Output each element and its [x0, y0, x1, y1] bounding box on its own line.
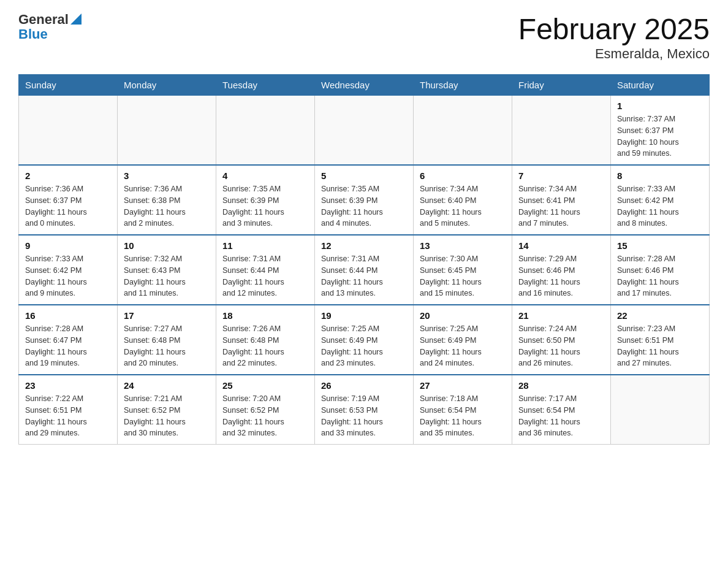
day-number: 24: [124, 380, 210, 391]
day-info: Sunrise: 7:24 AM Sunset: 6:50 PM Dayligh…: [518, 323, 604, 369]
calendar-cell: 25Sunrise: 7:20 AM Sunset: 6:52 PM Dayli…: [216, 375, 315, 445]
day-header-saturday: Saturday: [611, 75, 710, 96]
day-number: 13: [420, 240, 506, 251]
calendar-cell: [315, 96, 414, 166]
day-number: 9: [25, 240, 111, 251]
day-info: Sunrise: 7:35 AM Sunset: 6:39 PM Dayligh…: [321, 183, 407, 229]
day-info: Sunrise: 7:23 AM Sunset: 6:51 PM Dayligh…: [617, 323, 703, 369]
calendar-cell: 26Sunrise: 7:19 AM Sunset: 6:53 PM Dayli…: [315, 375, 414, 445]
day-info: Sunrise: 7:36 AM Sunset: 6:37 PM Dayligh…: [25, 183, 111, 229]
day-info: Sunrise: 7:31 AM Sunset: 6:44 PM Dayligh…: [321, 253, 407, 299]
day-info: Sunrise: 7:33 AM Sunset: 6:42 PM Dayligh…: [25, 253, 111, 299]
day-number: 8: [617, 170, 703, 181]
day-number: 11: [222, 240, 308, 251]
page-header: General Blue February 2025 Esmeralda, Me…: [18, 12, 710, 62]
calendar-cell: 8Sunrise: 7:33 AM Sunset: 6:42 PM Daylig…: [611, 165, 710, 235]
calendar-week-row: 16Sunrise: 7:28 AM Sunset: 6:47 PM Dayli…: [19, 305, 710, 375]
day-number: 25: [222, 380, 308, 391]
calendar-cell: 11Sunrise: 7:31 AM Sunset: 6:44 PM Dayli…: [216, 235, 315, 305]
calendar-cell: 24Sunrise: 7:21 AM Sunset: 6:52 PM Dayli…: [118, 375, 216, 445]
calendar-title: February 2025: [518, 12, 710, 46]
day-number: 22: [617, 310, 703, 321]
day-number: 18: [222, 310, 308, 321]
logo-blue: Blue: [18, 27, 48, 42]
calendar-cell: 1Sunrise: 7:37 AM Sunset: 6:37 PM Daylig…: [611, 96, 710, 166]
calendar-cell: 4Sunrise: 7:35 AM Sunset: 6:39 PM Daylig…: [216, 165, 315, 235]
day-number: 28: [518, 380, 604, 391]
day-number: 21: [518, 310, 604, 321]
calendar-cell: 7Sunrise: 7:34 AM Sunset: 6:41 PM Daylig…: [512, 165, 611, 235]
day-number: 27: [420, 380, 506, 391]
calendar-cell: 28Sunrise: 7:17 AM Sunset: 6:54 PM Dayli…: [512, 375, 611, 445]
calendar-cell: 21Sunrise: 7:24 AM Sunset: 6:50 PM Dayli…: [512, 305, 611, 375]
day-header-wednesday: Wednesday: [315, 75, 414, 96]
calendar-cell: [216, 96, 315, 166]
day-number: 17: [124, 310, 210, 321]
calendar-cell: [118, 96, 216, 166]
title-block: February 2025 Esmeralda, Mexico: [518, 12, 710, 62]
calendar-subtitle: Esmeralda, Mexico: [518, 46, 710, 62]
day-number: 23: [25, 380, 111, 391]
calendar-week-row: 2Sunrise: 7:36 AM Sunset: 6:37 PM Daylig…: [19, 165, 710, 235]
calendar-week-row: 1Sunrise: 7:37 AM Sunset: 6:37 PM Daylig…: [19, 96, 710, 166]
calendar-cell: 6Sunrise: 7:34 AM Sunset: 6:40 PM Daylig…: [414, 165, 512, 235]
calendar-cell: [611, 375, 710, 445]
day-info: Sunrise: 7:25 AM Sunset: 6:49 PM Dayligh…: [321, 323, 407, 369]
calendar-cell: 14Sunrise: 7:29 AM Sunset: 6:46 PM Dayli…: [512, 235, 611, 305]
logo: General Blue: [18, 12, 82, 42]
calendar-cell: 19Sunrise: 7:25 AM Sunset: 6:49 PM Dayli…: [315, 305, 414, 375]
day-number: 7: [518, 170, 604, 181]
calendar-cell: 9Sunrise: 7:33 AM Sunset: 6:42 PM Daylig…: [19, 235, 118, 305]
calendar-cell: [414, 96, 512, 166]
calendar-cell: 10Sunrise: 7:32 AM Sunset: 6:43 PM Dayli…: [118, 235, 216, 305]
calendar-header-row: SundayMondayTuesdayWednesdayThursdayFrid…: [19, 75, 710, 96]
svg-marker-0: [70, 13, 82, 25]
day-info: Sunrise: 7:37 AM Sunset: 6:37 PM Dayligh…: [617, 113, 703, 159]
calendar-cell: 2Sunrise: 7:36 AM Sunset: 6:37 PM Daylig…: [19, 165, 118, 235]
calendar-cell: 27Sunrise: 7:18 AM Sunset: 6:54 PM Dayli…: [414, 375, 512, 445]
day-header-monday: Monday: [118, 75, 216, 96]
calendar-cell: [19, 96, 118, 166]
day-info: Sunrise: 7:34 AM Sunset: 6:40 PM Dayligh…: [420, 183, 506, 229]
day-info: Sunrise: 7:28 AM Sunset: 6:46 PM Dayligh…: [617, 253, 703, 299]
day-info: Sunrise: 7:36 AM Sunset: 6:38 PM Dayligh…: [124, 183, 210, 229]
calendar-cell: 16Sunrise: 7:28 AM Sunset: 6:47 PM Dayli…: [19, 305, 118, 375]
day-number: 6: [420, 170, 506, 181]
day-header-sunday: Sunday: [19, 75, 118, 96]
day-number: 5: [321, 170, 407, 181]
day-info: Sunrise: 7:34 AM Sunset: 6:41 PM Dayligh…: [518, 183, 604, 229]
day-info: Sunrise: 7:27 AM Sunset: 6:48 PM Dayligh…: [124, 323, 210, 369]
day-info: Sunrise: 7:28 AM Sunset: 6:47 PM Dayligh…: [25, 323, 111, 369]
day-number: 4: [222, 170, 308, 181]
calendar-week-row: 9Sunrise: 7:33 AM Sunset: 6:42 PM Daylig…: [19, 235, 710, 305]
calendar-cell: 23Sunrise: 7:22 AM Sunset: 6:51 PM Dayli…: [19, 375, 118, 445]
day-number: 15: [617, 240, 703, 251]
calendar-cell: 15Sunrise: 7:28 AM Sunset: 6:46 PM Dayli…: [611, 235, 710, 305]
calendar-cell: 18Sunrise: 7:26 AM Sunset: 6:48 PM Dayli…: [216, 305, 315, 375]
calendar-table: SundayMondayTuesdayWednesdayThursdayFrid…: [18, 74, 710, 445]
day-number: 20: [420, 310, 506, 321]
logo-triangle-icon: [70, 13, 82, 25]
day-info: Sunrise: 7:21 AM Sunset: 6:52 PM Dayligh…: [124, 393, 210, 439]
day-number: 12: [321, 240, 407, 251]
calendar-cell: 5Sunrise: 7:35 AM Sunset: 6:39 PM Daylig…: [315, 165, 414, 235]
day-info: Sunrise: 7:35 AM Sunset: 6:39 PM Dayligh…: [222, 183, 308, 229]
calendar-week-row: 23Sunrise: 7:22 AM Sunset: 6:51 PM Dayli…: [19, 375, 710, 445]
day-number: 10: [124, 240, 210, 251]
calendar-cell: [512, 96, 611, 166]
day-info: Sunrise: 7:29 AM Sunset: 6:46 PM Dayligh…: [518, 253, 604, 299]
calendar-cell: 13Sunrise: 7:30 AM Sunset: 6:45 PM Dayli…: [414, 235, 512, 305]
calendar-cell: 20Sunrise: 7:25 AM Sunset: 6:49 PM Dayli…: [414, 305, 512, 375]
logo-general: General: [18, 12, 69, 27]
calendar-cell: 17Sunrise: 7:27 AM Sunset: 6:48 PM Dayli…: [118, 305, 216, 375]
day-number: 14: [518, 240, 604, 251]
day-info: Sunrise: 7:17 AM Sunset: 6:54 PM Dayligh…: [518, 393, 604, 439]
day-header-thursday: Thursday: [414, 75, 512, 96]
day-info: Sunrise: 7:26 AM Sunset: 6:48 PM Dayligh…: [222, 323, 308, 369]
calendar-cell: 3Sunrise: 7:36 AM Sunset: 6:38 PM Daylig…: [118, 165, 216, 235]
day-number: 1: [617, 101, 703, 111]
day-number: 26: [321, 380, 407, 391]
day-info: Sunrise: 7:18 AM Sunset: 6:54 PM Dayligh…: [420, 393, 506, 439]
day-info: Sunrise: 7:20 AM Sunset: 6:52 PM Dayligh…: [222, 393, 308, 439]
day-info: Sunrise: 7:25 AM Sunset: 6:49 PM Dayligh…: [420, 323, 506, 369]
